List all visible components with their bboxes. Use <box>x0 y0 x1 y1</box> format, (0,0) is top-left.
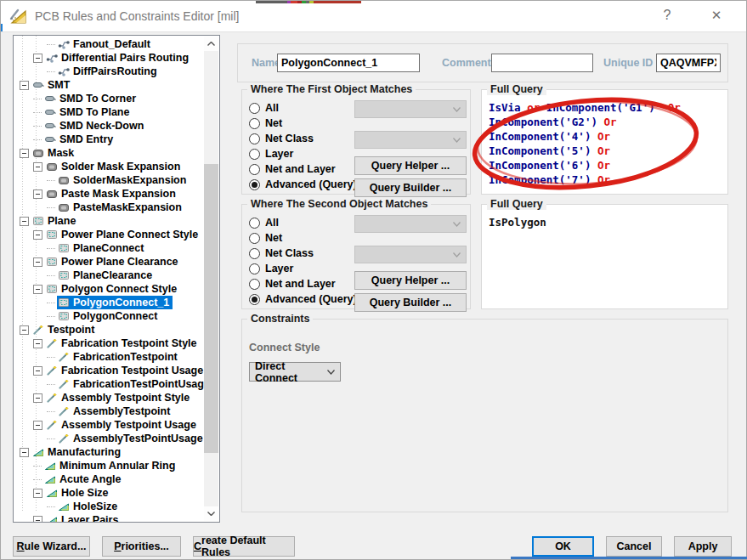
tree-item-solder-mask-expansion[interactable]: Solder Mask Expansion <box>14 160 204 173</box>
name-input[interactable] <box>277 54 420 72</box>
tree-item-smd-to-plane[interactable]: SMD To Plane <box>14 105 204 119</box>
tree-item-mask[interactable]: Mask <box>14 146 204 160</box>
tree-item-fabricationtestpoint[interactable]: FabricationTestpoint <box>14 350 204 364</box>
tree-item-acute-angle[interactable]: Acute Angle <box>14 472 204 486</box>
tree-item-fabrication-testpoint-style[interactable]: Fabrication Testpoint Style <box>14 337 204 350</box>
scrollbar-thumb[interactable] <box>204 164 218 453</box>
radio-circle-icon[interactable] <box>249 233 260 244</box>
radio-circle-icon[interactable] <box>249 133 260 144</box>
tree-item-plane[interactable]: Plane <box>14 214 204 228</box>
tree-item-manufacturing[interactable]: Manufacturing <box>14 445 204 459</box>
tree-item-paste-mask-expansion[interactable]: Paste Mask Expansion <box>14 187 204 201</box>
tree-item-fabrication-testpoint-usage[interactable]: Fabrication Testpoint Usage <box>14 364 204 377</box>
tree-item-power-plane-clearance[interactable]: Power Plane Clearance <box>14 255 204 269</box>
collapse-minus-icon[interactable] <box>33 393 42 403</box>
first-full-query-text[interactable]: IsVia or InComponent('G1') OrInComponent… <box>489 100 724 187</box>
radio-advanced-query-[interactable]: Advanced (Query) <box>249 291 357 307</box>
tree-item-planeclearance[interactable]: PlaneClearance <box>14 269 204 282</box>
tree-item-assembly-testpoint-usage[interactable]: Assembly Testpoint Usage <box>14 418 204 432</box>
collapse-minus-icon[interactable] <box>20 325 29 335</box>
tree-item-polygon-connect-style[interactable]: Polygon Connect Style <box>14 282 204 296</box>
ok-button[interactable]: OK <box>532 536 594 557</box>
apply-button[interactable]: Apply <box>674 536 732 557</box>
tree-item-polygonconnect[interactable]: PolygonConnect <box>14 309 204 323</box>
tree-item-hole-size[interactable]: Hole Size <box>14 486 204 500</box>
tree-item-layer-pairs[interactable]: Layer Pairs <box>14 513 204 522</box>
tree-item-minimum-annular-ring[interactable]: Minimum Annular Ring <box>14 459 204 472</box>
tree-item-soldermaskexpansion[interactable]: SolderMaskExpansion <box>14 173 204 187</box>
rule-wizard-button[interactable]: Rule Wizard... <box>13 536 90 557</box>
tree-item-fanout-default[interactable]: Fanout_Default <box>14 37 204 51</box>
tree-item-smd-neck-down[interactable]: SMD Neck-Down <box>14 119 204 133</box>
collapse-minus-icon[interactable] <box>20 81 29 90</box>
tree-item-smt[interactable]: SMT <box>14 78 204 92</box>
collapse-minus-icon[interactable] <box>33 516 42 523</box>
create-default-rules-button[interactable]: Create Default Rules <box>193 536 295 557</box>
second-full-query-text[interactable]: IsPolygon <box>489 215 724 229</box>
collapse-minus-icon[interactable] <box>20 149 29 158</box>
tree-item-assemblytestpoint[interactable]: AssemblyTestpoint <box>14 404 204 418</box>
collapse-minus-icon[interactable] <box>20 217 29 226</box>
tree-item-pastemaskexpansion[interactable]: PasteMaskExpansion <box>14 201 204 214</box>
collapse-minus-icon[interactable] <box>20 448 29 457</box>
tree-item-diffpairsrouting[interactable]: DiffPairsRouting <box>14 65 204 78</box>
tree-item-planeconnect[interactable]: PlaneConnect <box>14 241 204 255</box>
tree-item-fabricationtestpointusage[interactable]: FabricationTestPointUsage <box>14 377 204 391</box>
radio-circle-icon[interactable] <box>249 218 260 229</box>
radio-circle-icon[interactable] <box>249 149 260 160</box>
scroll-down-icon[interactable] <box>204 506 218 521</box>
radio-net-class[interactable]: Net Class <box>249 131 314 146</box>
radio-layer[interactable]: Layer <box>249 146 293 161</box>
close-button[interactable]: ✕ <box>697 1 736 30</box>
collapse-minus-icon[interactable] <box>33 257 42 267</box>
collapse-minus-icon[interactable] <box>33 230 42 240</box>
help-button[interactable]: ? <box>648 1 687 30</box>
tree-item-smd-to-corner[interactable]: SMD To Corner <box>14 92 204 105</box>
cancel-button[interactable]: Cancel <box>606 536 662 557</box>
tree-item-power-plane-connect-style[interactable]: Power Plane Connect Style <box>14 228 204 241</box>
query-builder-button[interactable]: Query Builder ... <box>354 293 467 312</box>
tree-scrollbar[interactable] <box>204 37 218 521</box>
tree-item-assemblytestpointusage[interactable]: AssemblyTestPointUsage <box>14 432 204 445</box>
radio-circle-icon[interactable] <box>249 279 260 290</box>
radio-net[interactable]: Net <box>249 230 282 246</box>
collapse-minus-icon[interactable] <box>33 489 42 498</box>
radio-circle-icon[interactable] <box>249 263 260 274</box>
radio-net-and-layer[interactable]: Net and Layer <box>249 161 336 177</box>
radio-net[interactable]: Net <box>249 116 282 131</box>
query-helper-button[interactable]: Query Helper ... <box>354 156 467 175</box>
radio-layer[interactable]: Layer <box>249 261 293 276</box>
scroll-up-icon[interactable] <box>204 37 218 51</box>
tree-item-assembly-testpoint-style[interactable]: Assembly Testpoint Style <box>14 391 204 404</box>
radio-advanced-query-[interactable]: Advanced (Query) <box>249 177 357 192</box>
comment-input[interactable] <box>491 54 593 72</box>
collapse-minus-icon[interactable] <box>33 421 42 430</box>
priorities-button[interactable]: Priorities... <box>102 536 181 557</box>
radio-circle-icon[interactable] <box>249 164 260 175</box>
radio-net-and-layer[interactable]: Net and Layer <box>249 276 336 291</box>
collapse-minus-icon[interactable] <box>33 162 42 172</box>
collapse-minus-icon[interactable] <box>33 54 42 63</box>
radio-circle-icon[interactable] <box>249 294 260 305</box>
radio-circle-icon[interactable] <box>249 103 260 114</box>
connect-style-select[interactable]: Direct Connect <box>249 362 341 382</box>
collapse-minus-icon[interactable] <box>33 189 42 199</box>
collapse-minus-icon[interactable] <box>33 285 42 294</box>
tree-item-smd-entry[interactable]: SMD Entry <box>14 133 204 146</box>
radio-circle-icon[interactable] <box>249 118 260 129</box>
tree-item-polygonconnect-1[interactable]: PolygonConnect_1 <box>14 296 204 309</box>
unique-id-input[interactable] <box>656 54 721 72</box>
tree-item-differential-pairs-routing[interactable]: Differential Pairs Routing <box>14 51 204 65</box>
tree-item-testpoint[interactable]: Testpoint <box>14 323 204 337</box>
collapse-minus-icon[interactable] <box>33 366 42 376</box>
collapse-minus-icon[interactable] <box>33 339 42 348</box>
radio-all[interactable]: All <box>249 100 279 116</box>
tree-item-holesize[interactable]: HoleSize <box>14 500 204 513</box>
radio-label: Net Class <box>265 133 314 144</box>
query-helper-button[interactable]: Query Helper ... <box>354 271 467 290</box>
radio-net-class[interactable]: Net Class <box>249 246 314 261</box>
radio-all[interactable]: All <box>249 215 279 230</box>
radio-circle-icon[interactable] <box>249 179 260 190</box>
query-builder-button[interactable]: Query Builder ... <box>354 178 467 197</box>
radio-circle-icon[interactable] <box>249 248 260 259</box>
